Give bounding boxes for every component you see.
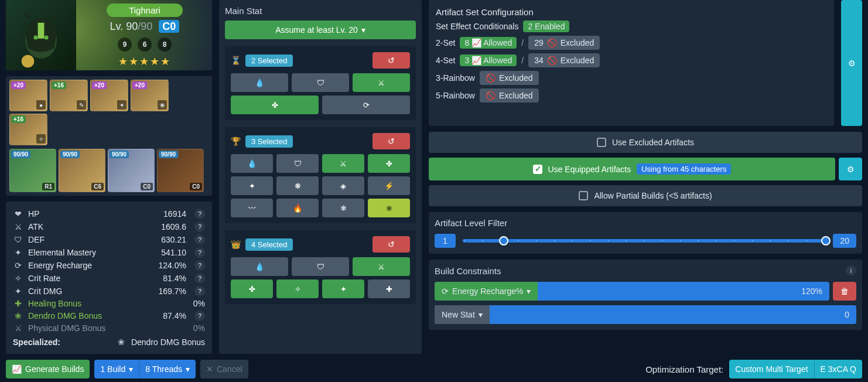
goblet-reset-button[interactable]: ↺ — [373, 133, 410, 149]
dendro-icon: ❀ — [386, 204, 392, 213]
help-icon[interactable]: ? — [194, 234, 205, 245]
four-set-excluded[interactable]: 34 🚫 Excluded — [528, 53, 600, 67]
goblet-electro[interactable]: ⚡ — [368, 176, 410, 195]
goblet-atk[interactable]: ⚔ — [322, 154, 364, 173]
sands-chip[interactable]: 2 Selected — [245, 54, 293, 67]
delete-constraint-button[interactable]: 🗑 — [833, 282, 856, 301]
sands-em-button[interactable]: ✤ — [231, 95, 319, 114]
circlet-atk[interactable]: ⚔ — [353, 257, 410, 276]
sands-hp-button[interactable]: 💧 — [231, 73, 288, 92]
circlet-critdmg[interactable]: ✦ — [322, 279, 364, 298]
five-rainbow-state[interactable]: 🚫 Excluded — [480, 88, 539, 103]
equipped-settings-button[interactable]: ⚙ — [839, 158, 862, 180]
build-count-button[interactable]: 1 Build ▾ — [94, 360, 139, 378]
stat-value: 541.10 — [161, 248, 186, 257]
team-member-2[interactable]: 90/90C0 — [108, 149, 155, 192]
circlet-critrate[interactable]: ✧ — [276, 279, 319, 298]
character-name[interactable]: Tighnari — [107, 4, 183, 17]
goblet-hydro[interactable]: 〰 — [231, 199, 273, 217]
goblet-em[interactable]: ✤ — [368, 154, 410, 173]
help-icon[interactable]: ? — [194, 273, 205, 284]
artifact-plume[interactable]: +16✎ — [50, 80, 88, 111]
stat-label: Crit DMG — [28, 286, 154, 296]
slider-thumb-min[interactable] — [499, 236, 508, 245]
sands-atk-button[interactable]: ⚔ — [353, 73, 410, 92]
target-preset[interactable]: E 3xCA Q — [814, 360, 862, 378]
sands-reset-button[interactable]: ↺ — [373, 52, 410, 69]
four-set-allowed[interactable]: 3 📈 Allowed — [460, 54, 517, 66]
config-settings-button[interactable]: ⚙ — [841, 0, 862, 126]
optimization-target-label: Optimization Target: — [645, 364, 723, 374]
constraint-tag[interactable]: ⟳ Energy Recharge% ▾ — [435, 282, 538, 301]
five-rainbow-label: 5-Rainbow — [436, 91, 475, 100]
assume-level-button[interactable]: Assume at least Lv. 20 ▾ — [225, 21, 416, 39]
new-stat-row[interactable]: New Stat ▾ 0 — [435, 305, 856, 324]
goblet-anemo[interactable]: ❋ — [276, 176, 319, 195]
two-set-excluded[interactable]: 29 🚫 Excluded — [528, 36, 600, 50]
allow-partial-toggle[interactable]: Allow Partial Builds (<5 artifacts) — [429, 185, 862, 206]
stat-icon: ❤ — [13, 209, 23, 219]
constraint-row[interactable]: ⟳ Energy Recharge% ▾ 120% — [435, 282, 829, 301]
sands-group: ⌛ 2 Selected ↺ 💧 🛡 ⚔ ✤ ⟳ — [225, 46, 416, 120]
talent-2[interactable]: 6 — [138, 37, 152, 52]
use-equipped-toggle[interactable]: Use Equipped Artifacts Using from 45 cha… — [429, 158, 835, 180]
use-excluded-toggle[interactable]: Use Excluded Artifacts — [429, 132, 862, 153]
threads-button[interactable]: 8 Threads ▾ — [139, 360, 196, 378]
info-icon[interactable]: i — [846, 265, 856, 276]
goblet-phys[interactable]: ✦ — [231, 176, 273, 195]
weapon-slot[interactable]: 90/90R1 — [9, 149, 56, 192]
crit-rate-icon: ✧ — [295, 285, 301, 294]
crit-dmg-icon: ✦ — [340, 285, 347, 294]
stat-label: Energy Recharge — [28, 261, 154, 270]
footer-bar: 📈 Generate Builds 1 Build ▾ 8 Threads ▾ … — [6, 354, 862, 382]
constellation-badge[interactable]: C0 — [159, 20, 179, 33]
constraints-card: Build Constraints i ⟳ Energy Recharge% ▾… — [429, 260, 862, 330]
character-portrait[interactable] — [6, 0, 76, 70]
constraint-value[interactable]: 120% — [794, 282, 829, 301]
team-member-1[interactable]: 90/90C6 — [59, 149, 105, 192]
circlet-def[interactable]: 🛡 — [292, 257, 349, 276]
help-icon[interactable]: ? — [194, 286, 205, 296]
talent-3[interactable]: 8 — [158, 37, 172, 52]
checkbox-icon — [579, 191, 588, 200]
artifact-goblet[interactable]: +20❀ — [131, 80, 169, 111]
help-icon[interactable]: ? — [194, 209, 205, 219]
goblet-def[interactable]: 🛡 — [276, 154, 319, 173]
conditionals-badge[interactable]: 2 Enabled — [523, 21, 569, 32]
help-icon[interactable]: ? — [194, 311, 205, 321]
goblet-pyro[interactable]: 🔥 — [276, 199, 319, 217]
electro-icon: ⚡ — [384, 182, 394, 190]
circlet-hp[interactable]: 💧 — [231, 257, 288, 276]
slider-thumb-max[interactable] — [821, 236, 831, 245]
artifact-sands[interactable]: +20✦ — [90, 80, 128, 111]
two-set-allowed[interactable]: 8 📈 Allowed — [460, 37, 517, 49]
talent-1[interactable]: 9 — [118, 37, 132, 52]
sands-def-button[interactable]: 🛡 — [292, 73, 349, 92]
goblet-chip[interactable]: 3 Selected — [245, 135, 293, 148]
three-rainbow-label: 3-Rainbow — [436, 73, 475, 83]
generate-builds-button[interactable]: 📈 Generate Builds — [6, 360, 90, 378]
goblet-hp[interactable]: 💧 — [231, 154, 273, 173]
circlet-chip[interactable]: 4 Selected — [245, 238, 293, 251]
circlet-reset-button[interactable]: ↺ — [373, 236, 410, 253]
help-icon[interactable]: ? — [194, 221, 205, 232]
target-dropdown[interactable]: Custom Multi Target — [729, 360, 814, 378]
goblet-geo[interactable]: ◈ — [322, 176, 364, 195]
goblet-dendro[interactable]: ❀ — [368, 199, 410, 217]
checkbox-checked-icon — [533, 165, 542, 174]
level-slider[interactable] — [463, 239, 826, 243]
team-member-3[interactable]: 90/90C0 — [157, 149, 204, 192]
em-icon: ✤ — [386, 159, 392, 168]
hydro-icon: 〰 — [248, 204, 256, 213]
sands-er-button[interactable]: ⟳ — [322, 95, 410, 114]
rarity-stars: ★★★★★ — [82, 55, 207, 68]
stat-label: HP — [28, 209, 159, 219]
three-rainbow-state[interactable]: 🚫 Excluded — [480, 71, 539, 85]
circlet-heal[interactable]: ✚ — [368, 279, 410, 298]
help-icon[interactable]: ? — [194, 247, 205, 258]
goblet-cryo[interactable]: ❄ — [322, 199, 364, 217]
artifact-circlet[interactable]: +16✧ — [9, 114, 47, 145]
help-icon[interactable]: ? — [194, 260, 205, 271]
artifact-flower[interactable]: +20● — [9, 80, 47, 111]
circlet-em[interactable]: ✤ — [231, 279, 273, 298]
